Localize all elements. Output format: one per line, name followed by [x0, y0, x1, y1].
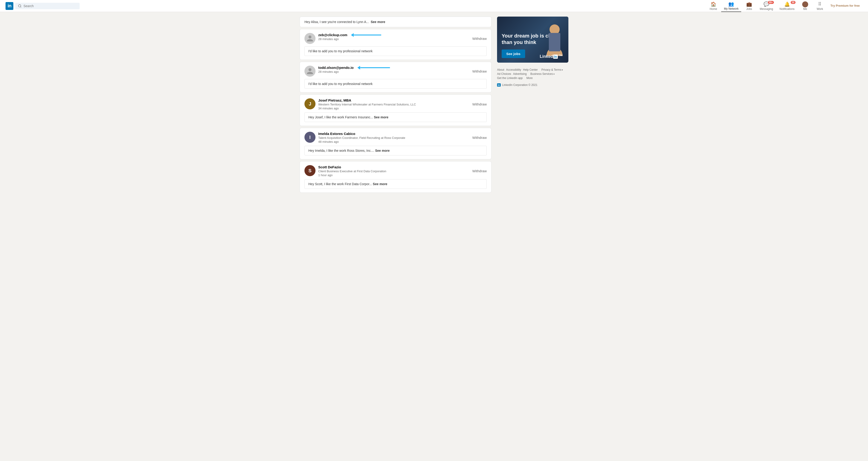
arrow-line-zeb	[354, 34, 381, 35]
nav-me[interactable]: Me	[798, 0, 812, 12]
message-scott: Hey Scott, I like the work First Data Co…	[305, 179, 487, 189]
sidebar: Your dream job is closer than you think …	[497, 17, 568, 195]
nav-jobs[interactable]: 💼 Jobs	[742, 0, 756, 12]
invite-card-zeb: zeb@clickup.com 28 minutes ago Withdraw …	[300, 29, 492, 60]
avatar-imelda: I	[305, 132, 315, 143]
invite-left-josef: J Josef Pietrasz, MBA Western Territory …	[305, 98, 472, 110]
top-nav: in 🏠 Home 👥 My Network 💼 Jobs 💬 99+ Mess…	[0, 0, 868, 12]
chevron-down-icon: ▾	[562, 68, 563, 71]
person-name-scott: Scott DeFazio	[318, 165, 472, 169]
nav-home-label: Home	[710, 7, 717, 10]
invite-header-scott: S Scott DeFazio Client Business Executiv…	[305, 165, 487, 177]
avatar-scott: S	[305, 165, 315, 176]
see-more-josef[interactable]: See more	[374, 115, 389, 119]
withdraw-btn-todd[interactable]: Withdraw	[472, 68, 487, 74]
avatar-todd	[305, 66, 315, 77]
message-imelda: Hey Imelda, I like the work Ross Stores,…	[305, 146, 487, 155]
nav-notifications-label: Notifications	[779, 7, 794, 10]
withdraw-btn-imelda[interactable]: Withdraw	[472, 135, 487, 141]
time-josef: 34 minutes ago	[318, 107, 472, 110]
footer-link-accessibility[interactable]: Accessibility	[506, 68, 521, 71]
notifications-icon: 🔔	[784, 1, 790, 7]
invite-card-scott: S Scott DeFazio Client Business Executiv…	[300, 161, 492, 193]
see-more-scott[interactable]: See more	[373, 182, 387, 186]
network-icon: 👥	[728, 1, 734, 7]
nav-messaging[interactable]: 💬 99+ Messaging	[757, 0, 776, 12]
svg-rect-3	[549, 33, 560, 51]
time-todd: 28 minutes ago	[318, 70, 472, 74]
footer-privacy-terms[interactable]: Privacy & Terms ▾	[541, 68, 563, 71]
nav-my-network-label: My Network	[724, 7, 739, 10]
footer-link-get-app[interactable]: Get the LinkedIn app	[497, 77, 523, 80]
invite-left-zeb: zeb@clickup.com 28 minutes ago	[305, 33, 472, 44]
person-title-josef: Western Territory Internal Wholesaler at…	[318, 103, 472, 106]
notifications-badge: 59	[791, 1, 796, 4]
feed-column: Hey Alisa, I see you're connected to Lyn…	[300, 17, 492, 195]
main-layout: Hey Alisa, I see you're connected to Lyn…	[296, 12, 572, 199]
person-info-todd: todd.olson@pendo.io 28 minutes ago	[318, 66, 472, 74]
person-info-josef: Josef Pietrasz, MBA Western Territory In…	[318, 98, 472, 110]
footer-logo-small: in	[497, 83, 501, 87]
footer-link-advertising[interactable]: Advertising	[513, 72, 527, 76]
linkedin-logo[interactable]: in	[5, 2, 13, 10]
nav-home[interactable]: 🏠 Home	[707, 0, 720, 12]
svg-point-0	[19, 5, 21, 7]
me-avatar	[802, 1, 808, 7]
person-info-scott: Scott DeFazio Client Business Executive …	[318, 165, 472, 177]
person-title-imelda: Talent Acquisition Coordinator, Field Re…	[318, 136, 472, 140]
time-scott: 1 hour ago	[318, 173, 472, 177]
person-name-todd: todd.olson@pendo.io	[318, 66, 472, 69]
person-name-zeb: zeb@clickup.com	[318, 33, 472, 37]
invite-header-todd: todd.olson@pendo.io 28 minutes ago Withd…	[305, 66, 487, 77]
person-name-josef: Josef Pietrasz, MBA	[318, 98, 472, 102]
footer-links: About Accessibility Help Center Privacy …	[497, 66, 568, 82]
message-josef: Hey Josef, I like the work Farmers Insur…	[305, 112, 487, 122]
invite-card-imelda: I Imelda Estores Cabico Talent Acquisiti…	[300, 128, 492, 160]
avatar-zeb	[305, 33, 315, 44]
invite-left-todd: todd.olson@pendo.io 28 minutes ago	[305, 66, 472, 77]
arrow-head-todd	[358, 66, 360, 69]
jobs-icon: 💼	[746, 1, 752, 7]
work-icon: ⠿	[818, 1, 822, 7]
footer-link-about[interactable]: About	[497, 68, 504, 71]
time-zeb: 28 minutes ago	[318, 37, 472, 41]
invite-header-zeb: zeb@clickup.com 28 minutes ago Withdraw	[305, 33, 487, 44]
arrow-line-todd	[360, 67, 390, 68]
invite-card-todd: todd.olson@pendo.io 28 minutes ago Withd…	[300, 62, 492, 92]
invite-left-scott: S Scott DeFazio Client Business Executiv…	[305, 165, 472, 177]
footer-link-ad-choices[interactable]: Ad Choices	[497, 72, 511, 76]
message-zeb: I'd like to add you to my professional n…	[305, 46, 487, 56]
see-jobs-button[interactable]: See jobs	[502, 50, 525, 58]
see-more-imelda[interactable]: See more	[375, 149, 390, 152]
top-truncated-card: Hey Alisa, I see you're connected to Lyn…	[300, 17, 492, 27]
footer-business-services[interactable]: Business Services ▾	[530, 72, 555, 76]
nav-notifications[interactable]: 🔔 59 Notifications	[777, 0, 797, 12]
arrow-zeb	[351, 33, 381, 37]
time-imelda: 48 minutes ago	[318, 140, 472, 143]
search-input[interactable]	[24, 4, 77, 8]
ad-card: Your dream job is closer than you think …	[497, 17, 568, 63]
truncated-see-more[interactable]: See more	[371, 20, 385, 24]
footer-link-help[interactable]: Help Center	[523, 68, 538, 71]
person-info-imelda: Imelda Estores Cabico Talent Acquisition…	[318, 132, 472, 143]
withdraw-btn-zeb[interactable]: Withdraw	[472, 36, 487, 41]
withdraw-btn-scott[interactable]: Withdraw	[472, 168, 487, 174]
premium-button[interactable]: Try Premium for free	[828, 4, 863, 8]
nav-my-network[interactable]: 👥 My Network	[721, 0, 741, 12]
chevron-down-icon-2: ▾	[553, 73, 555, 75]
arrow-head-zeb	[351, 33, 354, 37]
withdraw-btn-josef[interactable]: Withdraw	[472, 101, 487, 107]
person-info-zeb: zeb@clickup.com 28 minutes ago	[318, 33, 472, 41]
search-bar[interactable]	[15, 3, 80, 9]
invite-header-josef: J Josef Pietrasz, MBA Western Territory …	[305, 98, 487, 110]
nav-me-label: Me	[803, 7, 807, 10]
truncated-message: Hey Alisa, I see you're connected to Lyn…	[305, 20, 369, 24]
search-icon	[18, 4, 22, 8]
ad-person	[543, 20, 564, 57]
invite-left-imelda: I Imelda Estores Cabico Talent Acquisiti…	[305, 132, 472, 143]
nav-messaging-label: Messaging	[760, 7, 773, 10]
footer-link-more[interactable]: More	[526, 77, 532, 80]
messaging-badge: 99+	[768, 1, 774, 4]
ad-image: Your dream job is closer than you think …	[497, 17, 568, 63]
nav-work[interactable]: ⠿ Work	[813, 0, 827, 12]
